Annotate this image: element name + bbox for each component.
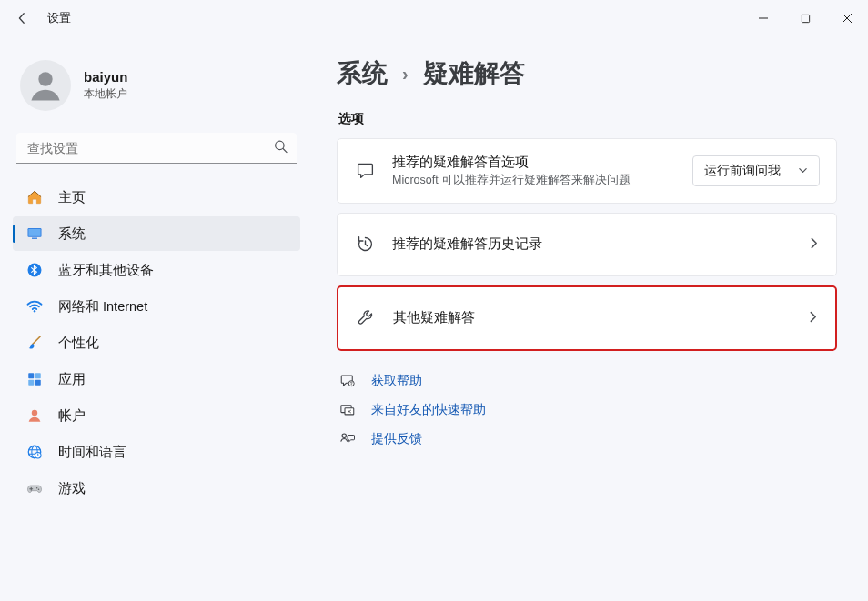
wifi-icon <box>25 298 44 315</box>
card-other-troubleshooters[interactable]: 其他疑难解答 <box>337 285 837 351</box>
nav-personalization[interactable]: 个性化 <box>13 326 300 360</box>
search-container <box>16 133 297 164</box>
nav-bluetooth[interactable]: 蓝牙和其他设备 <box>13 253 300 287</box>
minimize-button[interactable] <box>742 0 784 36</box>
dropdown-value: 运行前询问我 <box>704 163 781 179</box>
svg-rect-8 <box>28 373 34 378</box>
card-title: 推荐的疑难解答首选项 <box>392 154 676 171</box>
link-feedback[interactable]: 提供反馈 <box>338 431 837 447</box>
help-icon <box>338 373 357 389</box>
svg-rect-0 <box>802 15 809 22</box>
svg-rect-11 <box>35 380 41 386</box>
svg-rect-10 <box>28 380 34 386</box>
nav-label: 蓝牙和其他设备 <box>58 262 154 279</box>
avatar <box>20 60 71 111</box>
svg-point-17 <box>38 488 40 490</box>
card-recommended-pref: 推荐的疑难解答首选项 Microsoft 可以推荐并运行疑难解答来解决问题 运行… <box>337 138 837 204</box>
footer-links: 获取帮助 来自好友的快速帮助 提供反馈 <box>337 373 837 447</box>
svg-rect-5 <box>32 238 37 239</box>
home-icon <box>25 189 44 205</box>
chat-icon <box>354 161 376 180</box>
user-icon <box>25 65 66 105</box>
card-desc: Microsoft 可以推荐并运行疑难解答来解决问题 <box>392 173 665 188</box>
svg-point-12 <box>32 410 37 416</box>
link-text[interactable]: 提供反馈 <box>371 431 422 447</box>
breadcrumb-root[interactable]: 系统 <box>337 56 388 91</box>
sidebar: baiyun 本地帐户 主页 系统 蓝牙和其他设备 <box>0 36 309 601</box>
card-title: 其他疑难解答 <box>393 309 791 326</box>
nav-label: 时间和语言 <box>58 444 126 461</box>
nav-list: 主页 系统 蓝牙和其他设备 网络和 Internet 个性化 应用 <box>13 180 300 506</box>
wrench-icon <box>355 308 377 327</box>
maximize-button[interactable] <box>784 0 826 36</box>
account-icon <box>25 407 44 424</box>
profile-name: baiyun <box>84 69 127 85</box>
breadcrumb: 系统 › 疑难解答 <box>337 36 837 107</box>
card-title: 推荐的疑难解答历史记录 <box>392 235 792 253</box>
arrow-left-icon <box>15 12 28 25</box>
nav-time-language[interactable]: 时间和语言 <box>13 435 300 469</box>
nav-label: 应用 <box>58 371 86 388</box>
main-content: 系统 › 疑难解答 选项 推荐的疑难解答首选项 Microsoft 可以推荐并运… <box>309 36 868 601</box>
brush-icon <box>25 335 44 351</box>
section-label: 选项 <box>338 111 837 127</box>
link-quick-assist[interactable]: 来自好友的快速帮助 <box>338 402 837 418</box>
nav-home[interactable]: 主页 <box>13 180 300 215</box>
nav-gaming[interactable]: 游戏 <box>13 471 300 506</box>
nav-label: 主页 <box>58 189 86 206</box>
system-icon <box>25 225 44 242</box>
chevron-right-icon: › <box>402 64 409 85</box>
gaming-icon <box>25 480 44 496</box>
history-icon <box>354 235 376 254</box>
link-get-help[interactable]: 获取帮助 <box>338 373 837 389</box>
card-history[interactable]: 推荐的疑难解答历史记录 <box>337 213 837 276</box>
minimize-icon <box>758 13 769 24</box>
chevron-down-icon <box>798 165 808 175</box>
nav-label: 帐户 <box>58 407 86 425</box>
close-icon <box>842 13 853 24</box>
globe-icon <box>25 444 44 460</box>
svg-rect-4 <box>28 229 40 236</box>
nav-apps[interactable]: 应用 <box>13 362 300 396</box>
nav-accounts[interactable]: 帐户 <box>13 398 300 433</box>
svg-point-1 <box>38 72 52 85</box>
nav-system[interactable]: 系统 <box>13 216 300 251</box>
feedback-icon <box>338 431 357 447</box>
window-title: 设置 <box>47 10 71 26</box>
quick-assist-icon <box>338 402 357 418</box>
chevron-right-icon <box>808 236 820 253</box>
nav-label: 游戏 <box>58 480 86 497</box>
profile-subtitle: 本地帐户 <box>84 86 127 102</box>
nav-label: 个性化 <box>58 335 99 352</box>
profile-block[interactable]: baiyun 本地帐户 <box>13 47 300 127</box>
search-icon <box>274 140 288 157</box>
nav-label: 系统 <box>58 225 86 243</box>
link-text[interactable]: 来自好友的快速帮助 <box>371 402 486 418</box>
bluetooth-icon <box>25 262 44 278</box>
back-button[interactable] <box>7 4 36 33</box>
search-input[interactable] <box>16 133 297 164</box>
svg-point-21 <box>342 434 347 438</box>
link-text[interactable]: 获取帮助 <box>371 373 422 389</box>
apps-icon <box>25 371 44 387</box>
svg-rect-9 <box>35 373 41 378</box>
nav-label: 网络和 Internet <box>58 298 147 316</box>
preference-dropdown[interactable]: 运行前询问我 <box>692 155 820 186</box>
breadcrumb-leaf: 疑难解答 <box>423 56 525 91</box>
nav-network[interactable]: 网络和 Internet <box>13 289 300 324</box>
maximize-icon <box>801 14 811 24</box>
svg-point-7 <box>34 310 35 312</box>
svg-point-16 <box>36 487 38 489</box>
chevron-right-icon <box>807 310 819 326</box>
close-button[interactable] <box>826 0 868 36</box>
